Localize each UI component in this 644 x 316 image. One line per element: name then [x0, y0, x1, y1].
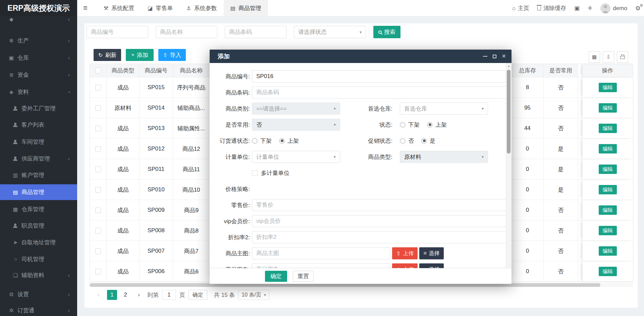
edit-button[interactable]: 编辑	[599, 103, 617, 113]
radio-off[interactable]: 下架	[252, 137, 272, 145]
tab-retail-order[interactable]: ◪ 零售单	[141, 0, 179, 16]
confirm-button[interactable]: 确定	[265, 271, 287, 282]
row-checkbox[interactable]	[95, 105, 101, 111]
page-2-button[interactable]: 2	[120, 290, 130, 300]
sidebar-item-funds[interactable]: ≣ 资金 ‹	[0, 67, 77, 82]
sidebar-item-outsource-factory[interactable]: 委外工厂管理	[0, 101, 77, 116]
sidebar-item-customer-list[interactable]: 客户列表	[0, 117, 77, 132]
next-page-button[interactable]: ›	[134, 290, 144, 300]
columns-toggle-button[interactable]: ▦	[589, 51, 600, 63]
upload-button[interactable]: ⇧ 上传	[392, 263, 418, 268]
unit-select[interactable]: 计量单位 ▾	[252, 151, 340, 163]
page-1-button[interactable]: 1	[107, 290, 117, 300]
sidebar-item-dinghuotong[interactable]: ✲ 订货通 ‹	[0, 303, 77, 316]
sidebar-item-supplier[interactable]: 供应商管理 ‹	[0, 151, 77, 166]
import-button[interactable]: ⇪ 导入	[158, 49, 186, 61]
sidebar-item-settings[interactable]: ⚙ 设置 ‹	[0, 287, 77, 302]
sidebar-item-driver[interactable]: ○ 司机管理	[0, 252, 77, 267]
user-menu[interactable]: demo	[600, 3, 627, 13]
edit-button[interactable]: 编辑	[599, 205, 617, 215]
settings-button[interactable]: ⚙⚙	[635, 5, 641, 12]
sidebar-item-account[interactable]: ▥ 账户管理	[0, 168, 77, 183]
home-button[interactable]: ⌂ 主页	[512, 4, 529, 12]
status-select[interactable]: 请选择状态 ▾	[294, 26, 366, 38]
warehouse-select[interactable]: 首选仓库 ▾	[400, 103, 488, 115]
per-page-select[interactable]: 10 条/页 ▾	[238, 290, 269, 300]
discount2-field[interactable]	[252, 231, 512, 243]
multi-unit-checkbox-row[interactable]: 多计量单位	[252, 169, 289, 177]
maximize-icon[interactable]	[493, 55, 496, 58]
radio-on[interactable]: 上架	[427, 121, 447, 129]
upload-button[interactable]: ⇧ 上传	[392, 247, 418, 259]
clear-cache-button[interactable]: 清除缓存	[537, 4, 566, 12]
sidebar-item-partial[interactable]: ◆ ‹	[0, 16, 77, 27]
scroll-up-icon[interactable]: ▲	[506, 64, 512, 68]
tab-system-config[interactable]: ⚒ 系统配置	[97, 0, 141, 16]
tab-product-management[interactable]: ▤ 商品管理	[224, 0, 268, 16]
goto-page-input[interactable]	[162, 290, 176, 300]
row-checkbox[interactable]	[95, 167, 101, 172]
row-checkbox[interactable]	[95, 126, 101, 131]
edit-button[interactable]: 编辑	[599, 185, 617, 194]
product-code-input[interactable]	[87, 26, 148, 38]
prev-page-button[interactable]: ‹	[94, 290, 104, 300]
vip-price-field[interactable]	[252, 215, 512, 227]
main-image-field[interactable]	[252, 247, 390, 259]
close-icon[interactable]: ✕	[502, 54, 506, 59]
choose-button[interactable]: ≡ 选择	[419, 247, 443, 259]
edit-button[interactable]: 编辑	[599, 144, 617, 153]
sidebar-item-auxiliary-data[interactable]: ❏ 辅助资料 ‹	[0, 268, 77, 283]
radio-off[interactable]: 下架	[400, 121, 420, 129]
edit-button[interactable]: 编辑	[599, 246, 617, 256]
search-button[interactable]: 搜索	[373, 26, 400, 38]
sidebar-item-data[interactable]: ◈ 资料 ‹	[0, 84, 77, 100]
refresh-button[interactable]: ↻ 刷新	[94, 49, 121, 61]
select-all-checkbox[interactable]	[95, 68, 101, 73]
row-checkbox[interactable]	[95, 269, 101, 274]
product-code-field[interactable]	[252, 70, 512, 82]
lock-screen-button[interactable]: ▣	[574, 5, 580, 12]
row-checkbox[interactable]	[95, 248, 101, 254]
sidebar-item-warehouse[interactable]: ▣ 仓库 ‹	[0, 50, 77, 65]
goto-confirm-button[interactable]: 确定	[189, 290, 207, 300]
sidebar-item-pickup-address[interactable]: ➤ 自取地址管理	[0, 235, 77, 250]
edit-button[interactable]: 编辑	[599, 124, 617, 133]
reset-button[interactable]: 重置	[293, 271, 314, 282]
barcode-input[interactable]	[225, 26, 286, 38]
scrollbar-thumb[interactable]	[507, 70, 511, 153]
modal-header[interactable]: 添加 ✕	[210, 50, 512, 63]
choose-button[interactable]: ≡ 选择	[419, 263, 443, 268]
sidebar-item-workshop[interactable]: 车间管理	[0, 134, 77, 149]
multi-unit-checkbox[interactable]	[252, 170, 258, 176]
sidebar-item-warehouse-management[interactable]: ▦ 仓库管理	[0, 202, 77, 217]
radio-on[interactable]: 上架	[279, 137, 299, 145]
edit-button[interactable]: 编辑	[599, 165, 617, 174]
row-checkbox[interactable]	[95, 207, 101, 213]
radio-off[interactable]: 否	[400, 137, 414, 145]
row-checkbox[interactable]	[95, 228, 101, 234]
hamburger-icon[interactable]: ≡	[83, 4, 88, 12]
edit-button[interactable]: 编辑	[599, 226, 617, 235]
edit-button[interactable]: 编辑	[599, 267, 617, 276]
fullscreen-button[interactable]: ✛	[588, 5, 592, 12]
minimize-icon[interactable]	[483, 56, 487, 57]
export-button[interactable]: ⇩	[603, 51, 614, 63]
add-button[interactable]: + 添加	[126, 49, 153, 61]
tab-system-params[interactable]: ⚓ 系统参数	[179, 0, 223, 16]
gallery-field[interactable]	[252, 263, 390, 268]
row-checkbox[interactable]	[95, 85, 101, 90]
row-checkbox[interactable]	[95, 187, 101, 193]
modal-scrollbar[interactable]: ▲	[506, 63, 512, 268]
barcode-field[interactable]	[252, 86, 512, 99]
product-type-select[interactable]: 原材料 ▾	[400, 151, 488, 163]
category-select[interactable]: ==请选择== ▾	[252, 103, 340, 115]
product-name-input[interactable]	[156, 26, 217, 38]
retail-price-field[interactable]	[252, 199, 512, 211]
sidebar-item-staff[interactable]: 职员管理	[0, 218, 77, 233]
common-select[interactable]: 否 ▾	[252, 119, 340, 131]
row-checkbox[interactable]	[95, 146, 101, 152]
radio-on[interactable]: 是	[421, 137, 435, 145]
edit-button[interactable]: 编辑	[599, 83, 617, 92]
sidebar-item-product-management[interactable]: ▤ 商品管理	[0, 184, 77, 200]
print-button[interactable]	[617, 51, 628, 63]
